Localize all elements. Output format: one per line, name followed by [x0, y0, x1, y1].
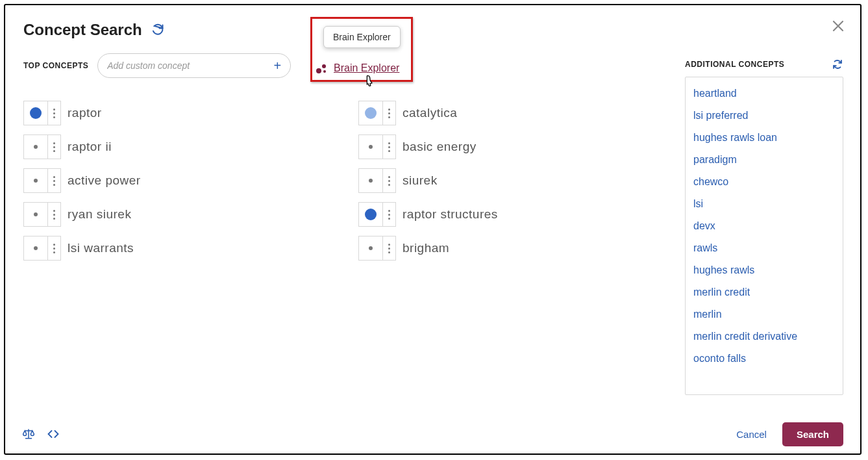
- concept-menu-button[interactable]: [48, 134, 61, 159]
- concept-row: lsi warrants: [23, 231, 358, 265]
- concept-row: brigham: [358, 231, 693, 265]
- concept-menu-button[interactable]: [383, 202, 396, 227]
- concept-label: lsi warrants: [68, 241, 134, 255]
- concept-row: siurek: [358, 164, 693, 198]
- color-dot-icon: [30, 107, 42, 119]
- kebab-icon: [53, 210, 55, 220]
- concept-label: active power: [68, 173, 141, 188]
- concept-column-1: raptorraptor iiactive powerryan siurekls…: [23, 96, 358, 265]
- footer-left-tools: [22, 428, 60, 441]
- additional-concept-item[interactable]: paradigm: [693, 149, 835, 171]
- additional-concept-item[interactable]: hughes rawls loan: [693, 127, 835, 149]
- concept-label: raptor ii: [68, 140, 112, 154]
- kebab-icon: [53, 142, 55, 152]
- additional-concept-item[interactable]: chewco: [693, 171, 835, 193]
- brain-explorer-link[interactable]: Brain Explorer: [334, 62, 399, 74]
- top-concepts-label: TOP CONCEPTS: [23, 61, 88, 70]
- additional-concept-item[interactable]: merlin credit derivative: [693, 326, 835, 348]
- additional-concepts-list[interactable]: heartlandlsi preferredhughes rawls loanp…: [685, 77, 843, 395]
- concept-color-swatch[interactable]: [358, 134, 383, 159]
- additional-concept-item[interactable]: hughes rawls: [693, 259, 835, 281]
- add-concept-box[interactable]: +: [97, 53, 291, 78]
- modal-header: Concept Search: [23, 21, 842, 39]
- color-dot-icon: [365, 209, 377, 220]
- color-dot-icon: [34, 179, 38, 183]
- cancel-button[interactable]: Cancel: [736, 429, 767, 440]
- concept-label: catalytica: [403, 106, 457, 120]
- close-icon[interactable]: [830, 18, 846, 34]
- cluster-icon: [316, 62, 327, 74]
- additional-concept-item[interactable]: heartland: [693, 83, 835, 105]
- concept-color-swatch[interactable]: [23, 202, 48, 227]
- color-dot-icon: [34, 212, 38, 216]
- color-dot-icon: [34, 246, 38, 250]
- concept-color-swatch[interactable]: [23, 236, 48, 261]
- brain-explorer-tooltip: Brain Explorer: [323, 26, 401, 48]
- additional-concepts-panel: ADDITIONAL CONCEPTS heartlandlsi preferr…: [685, 58, 843, 395]
- search-button[interactable]: Search: [782, 422, 843, 446]
- concept-menu-button[interactable]: [48, 101, 61, 125]
- color-dot-icon: [369, 179, 373, 183]
- concept-color-swatch[interactable]: [358, 236, 383, 261]
- color-dot-icon: [369, 246, 373, 250]
- concept-menu-button[interactable]: [48, 236, 61, 261]
- additional-concepts-header: ADDITIONAL CONCEPTS: [685, 58, 843, 70]
- concept-color-swatch[interactable]: [358, 168, 383, 193]
- concept-row: basic energy: [358, 130, 693, 164]
- brain-explorer-link-wrap: Brain Explorer: [316, 62, 399, 74]
- refresh-icon[interactable]: [151, 23, 164, 36]
- concept-label: brigham: [403, 241, 449, 255]
- kebab-icon: [53, 109, 55, 118]
- concept-color-swatch[interactable]: [23, 134, 48, 159]
- concept-color-swatch[interactable]: [358, 101, 383, 125]
- modal-footer: Cancel Search: [5, 415, 860, 454]
- concept-menu-button[interactable]: [48, 168, 61, 193]
- additional-concept-item[interactable]: devx: [693, 215, 835, 237]
- concept-menu-button[interactable]: [48, 202, 61, 227]
- additional-concepts-label: ADDITIONAL CONCEPTS: [685, 60, 784, 69]
- concept-label: basic energy: [403, 140, 477, 154]
- color-dot-icon: [369, 145, 373, 149]
- additional-concept-item[interactable]: lsi: [693, 193, 835, 215]
- concept-color-swatch[interactable]: [23, 101, 48, 125]
- concept-menu-button[interactable]: [383, 101, 396, 125]
- kebab-icon: [53, 244, 55, 253]
- additional-concept-item[interactable]: rawls: [693, 237, 835, 259]
- svg-point-1: [322, 64, 326, 68]
- svg-point-2: [323, 70, 326, 73]
- kebab-icon: [53, 176, 55, 186]
- concept-row: raptor structures: [358, 198, 693, 231]
- kebab-icon: [388, 244, 390, 253]
- concept-color-swatch[interactable]: [358, 202, 383, 227]
- concept-search-modal: Concept Search TOP CONCEPTS + Brain Expl…: [4, 4, 862, 455]
- kebab-icon: [388, 176, 390, 186]
- concept-label: ryan siurek: [68, 207, 131, 222]
- kebab-icon: [388, 210, 390, 220]
- code-icon[interactable]: [47, 428, 60, 441]
- add-concept-input[interactable]: [107, 60, 273, 71]
- concept-row: catalytica: [358, 96, 693, 130]
- concept-label: siurek: [403, 173, 438, 188]
- concept-color-swatch[interactable]: [23, 168, 48, 193]
- concept-label: raptor structures: [403, 207, 498, 222]
- additional-concept-item[interactable]: merlin: [693, 303, 835, 326]
- concept-row: raptor: [23, 96, 358, 130]
- additional-concept-item[interactable]: oconto falls: [693, 348, 835, 370]
- svg-point-0: [316, 68, 321, 73]
- additional-concept-item[interactable]: lsi preferred: [693, 105, 835, 127]
- concept-menu-button[interactable]: [383, 134, 396, 159]
- additional-concept-item[interactable]: merlin credit: [693, 281, 835, 303]
- kebab-icon: [388, 109, 390, 118]
- footer-action-buttons: Cancel Search: [736, 422, 843, 446]
- concept-row: ryan siurek: [23, 198, 358, 231]
- concept-column-2: catalyticabasic energysiurekraptor struc…: [358, 96, 693, 265]
- concept-menu-button[interactable]: [383, 168, 396, 193]
- modal-title: Concept Search: [23, 21, 142, 39]
- kebab-icon: [388, 142, 390, 152]
- concept-menu-button[interactable]: [383, 236, 396, 261]
- scales-icon[interactable]: [22, 428, 35, 441]
- sync-icon[interactable]: [832, 58, 843, 70]
- concept-row: raptor ii: [23, 130, 358, 164]
- plus-icon[interactable]: +: [274, 58, 282, 73]
- color-dot-icon: [34, 145, 38, 149]
